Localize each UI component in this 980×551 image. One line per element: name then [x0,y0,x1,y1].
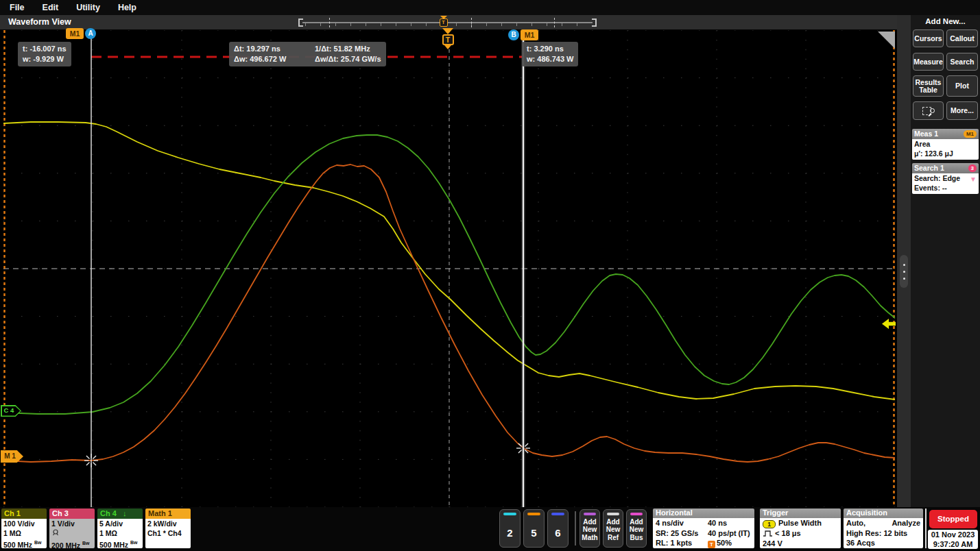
cursor-a-readout: t: -16.007 ns w: -9.929 W [18,42,71,66]
ch6-number: 6 [548,527,568,539]
ch4-bw-limit: Bw [130,540,138,545]
cursors-button[interactable]: Cursors [913,29,944,47]
results-table-button[interactable]: Results Table [913,75,944,97]
trigger-flag-tail [444,45,451,49]
search1-card[interactable]: Search 1 3 Search: Edge Events: -- ▼ [912,163,979,194]
delta-w-over-delta-t: Δw/Δt: 25.74 GW/s [315,54,381,64]
ch2-enable-button[interactable]: 2 [499,509,521,548]
plot-button[interactable]: Plot [946,75,978,97]
trigger-panel[interactable]: Trigger 1Pulse Width < 18 μs 244 V [760,509,841,548]
trigger-position-marker[interactable]: T [442,28,454,49]
add-math-l2: New [580,526,599,534]
horizontal-window: 40 ns [708,518,727,528]
add-new-title: Add New... [911,17,980,25]
date: 01 Nov 2023 [928,530,978,540]
add-new-ref-button[interactable]: Add New Ref [603,509,623,548]
ch4-bandwidth: 500 MHz [99,541,128,549]
acquisition-analyze: Analyze [892,518,920,528]
search1-type: Search: Edge [914,174,977,184]
trigger-level: 244 V [763,539,838,548]
more-button[interactable]: More... [946,101,978,120]
waveform-plot [3,30,895,507]
menu-file[interactable]: File [10,3,25,12]
trigger-flag-icon: T [442,34,454,45]
horizontal-scale: 4 ns/div [656,518,708,528]
add-new-math-button[interactable]: Add New Math [579,509,600,548]
menu-edit[interactable]: Edit [43,3,59,12]
add-ref-l3: Ref [603,534,623,542]
waveform-graticule[interactable]: M1 A B M1 t: -16.007 ns w: -9.929 W Δt: … [0,30,897,507]
math1-tag-label: M 1 [1,450,23,463]
meas1-value: μ': 123.6 μJ [914,149,977,159]
cursor-a-meas-badge[interactable]: M1 [66,28,84,39]
run-stop-button[interactable]: Stopped [929,510,977,528]
inverse-delta-t: 1/Δt: 51.82 MHz [315,44,381,54]
preview-cursor-b-mark [471,18,472,27]
preview-trigger-marker[interactable]: T [439,16,448,27]
add-ref-l2: New [603,526,623,534]
ch3-scale: 1 V/div [51,519,93,528]
splitter-handle[interactable] [900,255,908,288]
cursor-b-value: w: 486.743 W [527,54,573,64]
ch4-badge[interactable]: Ch 4 ↓ 5 A/div 1 MΩ 500 MHz Bw [97,509,143,548]
search-button[interactable]: Search [946,53,978,71]
acquisition-resolution: High Res: 12 bits [846,528,920,539]
trigger-condition: < 18 μs [775,529,801,537]
ch1-scale: 100 V/div [3,519,45,528]
ch1-impedance: 1 MΩ [3,528,45,538]
datetime-display: 01 Nov 2023 9:37:20 AM [928,530,978,549]
acquisition-count: 36 Acqs [846,538,920,548]
add-ref-l1: Add [603,518,623,526]
cursor-b-readout: t: 3.290 ns w: 486.743 W [522,42,578,66]
ch5-number: 5 [524,527,544,539]
cursor-a-badge[interactable]: A [85,28,96,39]
add-new-bus-button[interactable]: Add New Bus [626,509,647,548]
horizontal-title: Horizontal [653,509,754,518]
timebase-preview[interactable]: T [298,17,597,28]
zoom-corner-fold-icon[interactable] [878,32,895,49]
math1-scale: 2 kW/div [147,519,189,528]
trigger-type: Pulse Width [778,519,822,527]
panel-splitter[interactable] [897,15,911,507]
math1-source: Ch1 * Ch4 [147,528,189,538]
zoom-select-button[interactable] [913,101,944,120]
ch4-tag-label: C 4 [1,406,17,414]
waveform-panel: Waveform View T M1 A B M1 [0,15,897,507]
acquisition-panel[interactable]: Acquisition Auto, Analyze High Res: 12 b… [844,509,923,548]
preview-mark [554,18,555,27]
math1-badge[interactable]: Math 1 2 kW/div Ch1 * Ch4 [145,509,191,548]
waveform-view-title: Waveform View [8,17,71,27]
ch3-badge[interactable]: Ch 3 1 V/div 200 MHz Bw [49,509,95,548]
search1-count-badge: 3 [968,164,977,172]
cursor-b-meas-badge[interactable]: M1 [521,29,538,40]
meas1-card[interactable]: Meas 1 M1 Area μ': 123.6 μJ [912,129,979,160]
time: 9:37:20 AM [928,540,978,550]
math1-trace-tag[interactable]: M 1 [1,450,23,463]
ch1-badge[interactable]: Ch 1 100 V/div 1 MΩ 500 MHz Bw [1,509,47,548]
ch6-enable-button[interactable]: 6 [547,509,569,548]
ch4-scale: 5 A/div [99,519,141,528]
right-sidebar: Add New... Cursors Callout Measure Searc… [911,15,980,507]
ch4-trace-tag[interactable]: C 4 [1,405,21,417]
search1-dropdown-icon[interactable]: ▼ [970,175,977,184]
sample-rate: SR: 25 GS/s [656,528,708,539]
trigger-arrow-icon [442,28,453,34]
horizontal-panel[interactable]: Horizontal 4 ns/div 40 ns SR: 25 GS/s 40… [653,509,754,548]
ch1-bandwidth: 500 MHz [3,541,32,549]
zoom-select-icon [922,106,935,116]
trigger-t-icon: T [440,19,448,27]
menu-help[interactable]: Help [118,3,136,12]
add-bus-l2: New [627,526,646,534]
add-bus-l1: Add [627,518,646,526]
timebase-preview-left-bracket [298,19,303,27]
menu-utility[interactable]: Utility [76,3,100,12]
cursor-b-badge[interactable]: B [508,29,519,40]
probe-icon [51,530,60,538]
ch4-label: Ch 4 [100,509,117,517]
callout-button[interactable]: Callout [946,29,978,47]
ch5-enable-button[interactable]: 5 [523,509,545,548]
record-length: RL: 1 kpts [656,538,708,548]
measure-button[interactable]: Measure [913,53,944,71]
delta-t: Δt: 19.297 ns [234,44,311,54]
oscilloscope-screen: File Edit Utility Help Waveform View T [0,0,980,551]
